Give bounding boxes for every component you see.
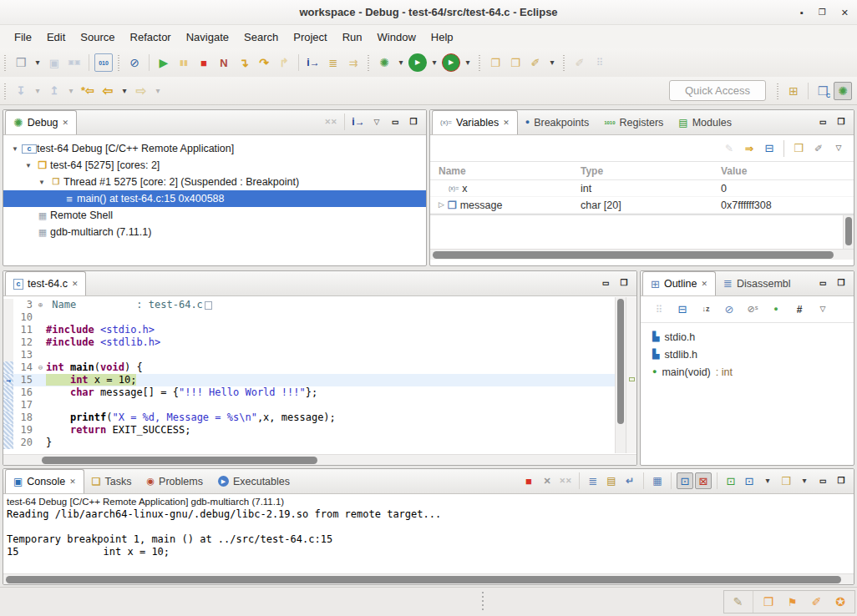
maximize-view-icon[interactable]: ❐ <box>616 275 632 291</box>
dropdown-icon[interactable]: ▾ <box>759 472 776 489</box>
save-all-icon[interactable]: ▣▣ <box>65 53 84 72</box>
tab-registers[interactable]: 1010 Registers <box>596 110 671 134</box>
skip-breakpoints-icon[interactable]: ⊘ <box>125 53 144 72</box>
tag-pen-icon[interactable]: ✎ <box>729 593 748 611</box>
suspend-icon[interactable]: ▮▮ <box>175 53 193 72</box>
open-console-icon[interactable]: ❒ <box>778 472 794 489</box>
annotation-ruler[interactable] <box>3 399 13 412</box>
outline-item[interactable]: ●main(void) : int <box>641 363 854 381</box>
debug-perspective-button[interactable]: ✺ <box>834 82 852 100</box>
terminate-icon[interactable]: ■ <box>195 53 213 72</box>
editor-hscrollbar[interactable] <box>3 454 636 465</box>
show-when-output-icon[interactable]: ▦ <box>649 472 666 489</box>
annotation-ruler[interactable] <box>3 424 13 437</box>
search-c-icon[interactable]: ✐ <box>526 53 545 72</box>
cpp-perspective-button[interactable]: ❒ C <box>814 82 832 100</box>
pin-console-icon[interactable]: ⊡ <box>723 472 739 489</box>
tab-outline[interactable]: ⊞ Outline ✕ <box>642 271 716 295</box>
close-tab-icon[interactable]: ✕ <box>702 280 708 288</box>
fold-plus-icon[interactable]: ⊕ <box>35 299 46 311</box>
debug-tree-row[interactable]: ▼❒test-64 [5275] [cores: 2] <box>3 157 426 174</box>
annotation-ruler[interactable] <box>3 437 13 449</box>
tab-breakpoints[interactable]: ● Breakpoints <box>518 110 596 134</box>
editor-line[interactable]: 10 <box>3 311 615 324</box>
tab-tasks[interactable]: ❏ Tasks <box>84 469 139 493</box>
menu-item-file[interactable]: File <box>7 27 39 48</box>
minimize-view-icon[interactable]: ▭ <box>814 114 831 130</box>
menu-item-help[interactable]: Help <box>423 27 461 48</box>
remove-all-terminated-con-icon[interactable]: ✕✕ <box>557 472 574 489</box>
view-menu-icon[interactable]: ▽ <box>814 300 832 319</box>
menu-item-edit[interactable]: Edit <box>39 27 73 48</box>
disconnect-icon[interactable]: N <box>215 53 233 72</box>
editor-line[interactable]: 13 <box>3 349 615 361</box>
instruction-step-icon[interactable]: i→ <box>350 114 367 130</box>
outline-item[interactable]: ▙stdio.h <box>641 328 854 346</box>
editor-vscrollbar[interactable] <box>615 297 626 453</box>
save-icon[interactable]: ▣ <box>45 53 63 72</box>
annotation-ruler[interactable] <box>3 361 13 374</box>
menu-item-project[interactable]: Project <box>286 27 334 48</box>
expand-open-icon[interactable]: ▼ <box>22 162 35 169</box>
annotations-disabled-icon[interactable]: ⠿ <box>591 53 609 72</box>
dropdown-icon[interactable]: ▾ <box>428 53 440 72</box>
menu-item-run[interactable]: Run <box>335 27 370 48</box>
step-into-icon[interactable]: ↴ <box>235 53 253 72</box>
tab-modules[interactable]: ▤ Modules <box>671 110 739 134</box>
hide-nonpublic-icon[interactable]: ● <box>767 300 785 319</box>
debug-bug-icon[interactable]: ✺ <box>375 53 393 72</box>
tab-console[interactable]: ▣ Console ✕ <box>5 469 84 493</box>
minimize-window-icon[interactable]: ▪ <box>800 8 804 18</box>
debug-tree-row[interactable]: ≡main() at test-64.c:15 0x400588 <box>3 190 426 207</box>
stdout-toggle-icon[interactable]: ⊡ <box>677 472 693 489</box>
maximize-view-icon[interactable]: ❐ <box>833 275 849 291</box>
close-tab-icon[interactable]: ✕ <box>503 119 510 127</box>
editor-line[interactable]: 19 return EXIT_SUCCESS; <box>3 424 615 437</box>
quick-access-box[interactable]: Quick Access <box>669 80 766 101</box>
help-book-icon[interactable]: ❐ <box>759 593 778 611</box>
menu-item-window[interactable]: Window <box>370 27 423 48</box>
maximize-view-icon[interactable]: ❐ <box>833 114 849 130</box>
collapse-all-icon[interactable]: ⊟ <box>760 139 778 158</box>
maximize-icon[interactable]: ❐ <box>405 114 422 130</box>
tab-variables[interactable]: (x)= Variables ✕ <box>432 110 518 134</box>
dropdown-icon[interactable]: ▾ <box>32 82 43 100</box>
variables-row[interactable]: ▷❐messagechar [20]0x7ffffff308 <box>430 197 854 214</box>
column-name[interactable]: Name <box>430 165 572 177</box>
forward-icon[interactable]: ⇨ <box>132 82 150 100</box>
show-source-icon[interactable]: ≣ <box>324 53 342 72</box>
fold-minus-icon[interactable]: ⊖ <box>35 361 46 374</box>
tab-editor-test64c[interactable]: c test-64.c ✕ <box>5 271 86 295</box>
editor-line[interactable]: 20} <box>3 437 615 449</box>
step-filters-icon[interactable]: ⇉ <box>344 53 363 72</box>
maximize-icon[interactable]: ❐ <box>833 472 849 489</box>
resume-icon[interactable]: ▶ <box>155 53 173 72</box>
column-type[interactable]: Type <box>572 165 712 177</box>
console-hscrollbar[interactable] <box>3 573 854 584</box>
stderr-toggle-icon[interactable]: ⊠ <box>695 472 712 489</box>
minimize-view-icon[interactable]: ▭ <box>597 275 614 291</box>
editor-line-current[interactable]: →15 int x = 10; <box>3 374 615 386</box>
annotation-ruler[interactable] <box>3 412 13 424</box>
clear-console-icon[interactable]: ≣ <box>585 472 601 489</box>
instruction-pointer-icon[interactable]: → <box>3 374 13 386</box>
annotation-ruler[interactable] <box>3 349 13 361</box>
dropdown-icon[interactable]: ▾ <box>152 82 164 100</box>
debug-tree-row[interactable]: ▦gdb-multiarch (7.11.1) <box>3 224 426 240</box>
variables-hscrollbar[interactable] <box>430 249 854 260</box>
maximize-window-icon[interactable]: ❐ <box>819 8 826 17</box>
tab-problems[interactable]: ◉ Problems <box>139 469 210 493</box>
debug-tree-row[interactable]: ▦Remote Shell <box>3 207 426 224</box>
editor-overview-ruler[interactable] <box>626 297 636 453</box>
minimize-icon[interactable]: ▭ <box>814 472 831 489</box>
close-tab-icon[interactable]: ✕ <box>72 280 79 288</box>
dropdown-icon[interactable]: ▾ <box>119 82 130 100</box>
expand-open-icon[interactable]: ▼ <box>8 145 22 153</box>
pin-view-icon[interactable]: ✐ <box>809 139 828 158</box>
remove-launch-icon[interactable]: ✕ <box>539 472 555 489</box>
show-type-names-icon[interactable]: ✎ <box>720 139 738 158</box>
variable-detail-pane[interactable] <box>430 214 854 249</box>
dropdown-icon[interactable]: ▾ <box>546 53 558 72</box>
new-wizard-icon[interactable]: ❒ <box>12 53 30 72</box>
dropdown-icon[interactable]: ▾ <box>395 53 407 72</box>
